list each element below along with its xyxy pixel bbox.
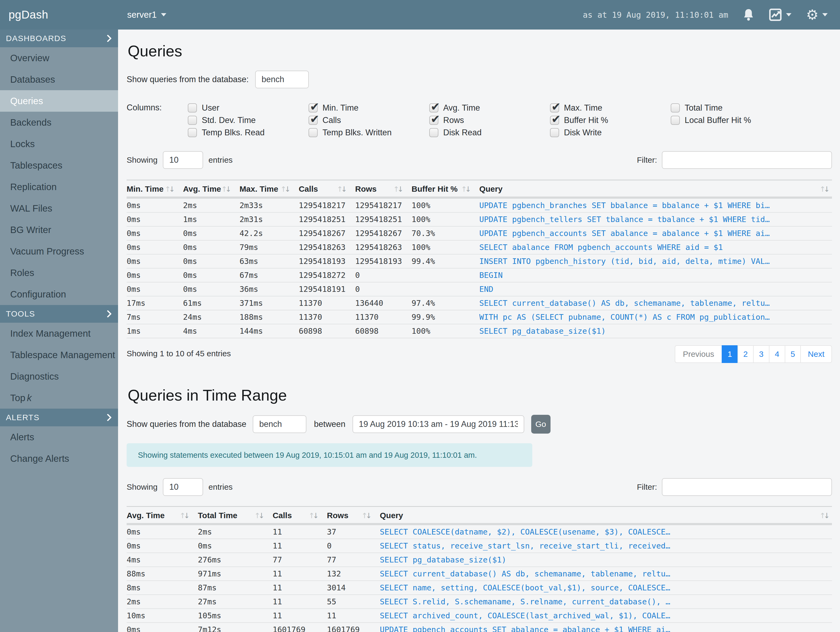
column-header-avg-time[interactable]: Avg. Time↑↓ [126, 507, 198, 524]
server-dropdown[interactable]: server1 [127, 10, 166, 20]
query-link[interactable]: SELECT pg_database_size($1) [380, 555, 506, 564]
sidebar-item-change-alerts[interactable]: Change Alerts [0, 448, 118, 469]
sidebar-item-index-management[interactable]: Index Management [0, 323, 118, 344]
pagination-page-3[interactable]: 3 [753, 345, 769, 363]
filter-input-2[interactable] [662, 478, 832, 496]
query-link[interactable]: UPDATE pgbench_branches SET bbalance = b… [479, 201, 770, 210]
entries-count-input-2[interactable] [163, 478, 203, 496]
checkbox-checked[interactable]: ✔ [429, 103, 438, 112]
checkbox-unchecked[interactable] [429, 128, 438, 137]
query-link[interactable]: SELECT current_database() AS db, scheman… [479, 299, 770, 308]
column-checkbox-temp-blks-written[interactable]: Temp Blks. Written [308, 127, 429, 139]
sidebar-section-alerts[interactable]: ALERTS [0, 409, 118, 426]
pagination-next[interactable]: Next [800, 345, 832, 363]
sidebar-item-locks[interactable]: Locks [0, 133, 118, 155]
column-checkbox-local-buffer-hit[interactable]: Local Buffer Hit % [671, 114, 791, 127]
brand-logo[interactable]: pgDash [0, 8, 118, 21]
sidebar-item-wal-files[interactable]: WAL Files [0, 198, 118, 219]
sidebar-section-dashboards[interactable]: DASHBOARDS [0, 30, 118, 47]
column-checkbox-buffer-hit[interactable]: ✔Buffer Hit % [550, 114, 671, 127]
column-checkbox-disk-read[interactable]: Disk Read [429, 127, 550, 139]
checkbox-checked[interactable]: ✔ [429, 116, 438, 125]
column-checkbox-min-time[interactable]: ✔Min. Time [308, 102, 429, 114]
date-range-input[interactable] [352, 415, 524, 433]
column-checkbox-temp-blks-read[interactable]: Temp Blks. Read [188, 127, 308, 139]
query-link[interactable]: INSERT INTO pgbench_history (tid, bid, a… [479, 257, 770, 266]
pagination-page-4[interactable]: 4 [769, 345, 785, 363]
table-cell: 100% [412, 212, 479, 227]
column-checkbox-total-time[interactable]: Total Time [671, 102, 791, 114]
column-header-rows[interactable]: Rows↑↓ [355, 180, 412, 198]
query-link[interactable]: SELECT current_database() AS db, scheman… [380, 569, 671, 578]
column-checkbox-rows[interactable]: ✔Rows [429, 114, 550, 127]
query-link[interactable]: WITH pc AS (SELECT pubname, COUNT(*) AS … [479, 312, 770, 322]
query-link[interactable]: SELECT name, setting, COALESCE(boot_val,… [380, 583, 671, 592]
pagination-page-2[interactable]: 2 [737, 345, 754, 363]
checkbox-unchecked[interactable] [550, 128, 559, 137]
checkbox-unchecked[interactable] [671, 116, 680, 125]
settings-menu-button[interactable]: ⚙ [806, 8, 828, 22]
sidebar-item-tablespaces[interactable]: Tablespaces [0, 155, 118, 176]
entries-count-input[interactable] [163, 151, 203, 169]
sidebar-item-diagnostics[interactable]: Diagnostics [0, 366, 118, 387]
sidebar-item-alerts[interactable]: Alerts [0, 426, 118, 448]
query-link[interactable]: SELECT abalance FROM pgbench_accounts WH… [479, 243, 723, 252]
checkbox-unchecked[interactable] [671, 103, 680, 112]
checkbox-checked[interactable]: ✔ [308, 116, 317, 125]
pagination-previous[interactable]: Previous [675, 345, 722, 363]
query-link[interactable]: SELECT pg_database_size($1) [479, 326, 606, 336]
column-header-max-time[interactable]: Max. Time↑↓ [240, 180, 299, 198]
column-header-calls[interactable]: Calls↑↓ [298, 180, 355, 198]
checkbox-unchecked[interactable] [188, 103, 197, 112]
filter-input[interactable] [662, 151, 832, 169]
sidebar-section-tools[interactable]: TOOLS [0, 305, 118, 323]
column-checkbox-std-dev-time[interactable]: Std. Dev. Time [188, 114, 308, 127]
sidebar-item-overview[interactable]: Overview [0, 47, 118, 69]
sidebar-item-top-k[interactable]: Top k [0, 387, 118, 409]
sidebar-item-databases[interactable]: Databases [0, 69, 118, 90]
sidebar-item-backends[interactable]: Backends [0, 112, 118, 133]
column-header-rows[interactable]: Rows↑↓ [327, 507, 380, 524]
column-header-min-time[interactable]: Min. Time↑↓ [126, 180, 183, 198]
column-header-query[interactable]: Query↑↓ [479, 180, 832, 198]
pagination-page-5[interactable]: 5 [785, 345, 801, 363]
charts-menu-button[interactable] [769, 8, 791, 21]
database-input[interactable] [255, 71, 309, 88]
sidebar-item-bg-writer[interactable]: BG Writer [0, 219, 118, 241]
checkbox-unchecked[interactable] [188, 128, 197, 137]
checkbox-unchecked[interactable] [188, 116, 197, 125]
checkbox-checked[interactable]: ✔ [550, 116, 559, 125]
query-link[interactable]: SELECT S.relid, S.schemaname, S.relname,… [380, 597, 671, 606]
query-link[interactable]: END [479, 285, 493, 294]
go-button[interactable]: Go [531, 415, 551, 434]
column-header-calls[interactable]: Calls↑↓ [273, 507, 327, 524]
checkbox-unchecked[interactable] [308, 128, 317, 137]
query-link[interactable]: UPDATE pgbench_tellers SET tbalance = tb… [479, 215, 770, 224]
checkbox-checked[interactable]: ✔ [550, 103, 559, 112]
pagination-page-1[interactable]: 1 [722, 345, 738, 363]
sidebar-item-tablespace-management[interactable]: Tablespace Management [0, 344, 118, 366]
database-input-2[interactable] [253, 415, 306, 433]
column-checkbox-disk-write[interactable]: Disk Write [550, 127, 671, 139]
column-header-query[interactable]: Query↑↓ [380, 507, 832, 524]
sidebar-item-queries[interactable]: Queries [0, 90, 118, 112]
notifications-button[interactable] [743, 8, 755, 22]
sidebar-item-vacuum-progress[interactable]: Vacuum Progress [0, 241, 118, 262]
query-link[interactable]: SELECT status, receive_start_lsn, receiv… [380, 541, 671, 550]
query-link[interactable]: BEGIN [479, 271, 502, 280]
query-link[interactable]: SELECT archived_count, COALESCE(last_arc… [380, 611, 671, 620]
column-header-buffer-hit[interactable]: Buffer Hit %↑↓ [412, 180, 479, 198]
column-header-avg-time[interactable]: Avg. Time↑↓ [183, 180, 239, 198]
checkbox-checked[interactable]: ✔ [308, 103, 317, 112]
column-checkbox-user[interactable]: User [188, 102, 308, 114]
column-header-total-time[interactable]: Total Time↑↓ [198, 507, 273, 524]
query-link[interactable]: UPDATE pgbench_accounts SET abalance = a… [479, 229, 770, 238]
column-checkbox-max-time[interactable]: ✔Max. Time [550, 102, 671, 114]
query-link[interactable]: SELECT COALESCE(datname, $2), COALESCE(u… [380, 527, 671, 537]
sidebar-item-roles[interactable]: Roles [0, 262, 118, 284]
column-checkbox-avg-time[interactable]: ✔Avg. Time [429, 102, 550, 114]
query-link[interactable]: UPDATE pgbench_accounts SET abalance = a… [380, 625, 671, 632]
sidebar-item-replication[interactable]: Replication [0, 176, 118, 198]
sidebar-item-configuration[interactable]: Configuration [0, 284, 118, 305]
column-checkbox-calls[interactable]: ✔Calls [308, 114, 429, 127]
